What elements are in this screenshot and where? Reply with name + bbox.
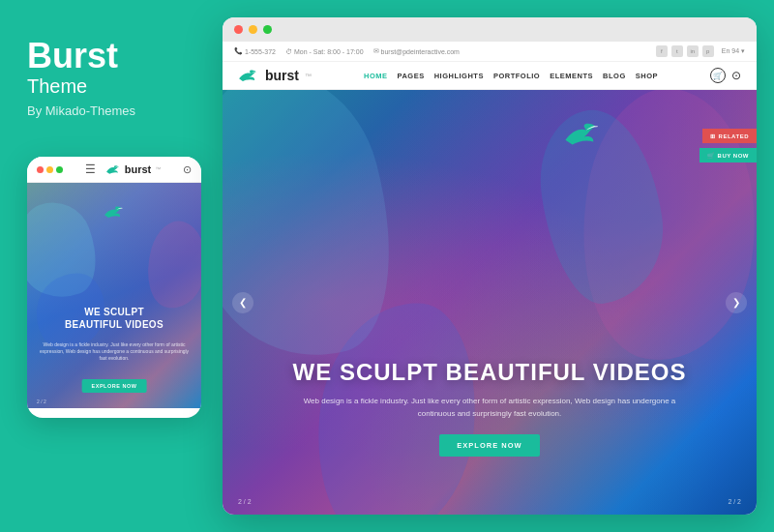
mobile-explore-button[interactable]: EXPLORE NOW — [82, 379, 147, 393]
hero-bird-icon — [563, 119, 602, 152]
phone-icon: 📞 — [234, 47, 243, 55]
mobile-topbar: ☰ burst™ ⊙ — [27, 157, 201, 183]
nav-item-pages[interactable]: PAGES — [398, 72, 425, 80]
nav-item-portfolio[interactable]: PORTFOLIO — [493, 72, 540, 80]
theme-subtitle: Theme — [27, 75, 195, 98]
twitter-icon[interactable]: t — [671, 45, 683, 57]
mobile-close-dot — [37, 166, 44, 173]
hours-text: Mon - Sat: 8:00 - 17:00 — [294, 48, 364, 55]
mobile-maximize-dot — [56, 166, 63, 173]
mobile-logo-text: burst — [125, 163, 152, 175]
related-label: RELATED — [719, 133, 749, 139]
mobile-search-icon: ⊙ — [183, 163, 192, 176]
hero-next-arrow[interactable]: ❯ — [726, 292, 747, 313]
nav-item-shop[interactable]: SHOP — [636, 72, 658, 80]
hero-title: WE SCULPT BEAUTIFUL VIDEOS — [223, 359, 757, 386]
topbar-right: f t in p En 94 ▾ — [656, 45, 745, 57]
buy-now-button[interactable]: 🛒 BUY NOW — [700, 148, 757, 163]
theme-author: By Mikado-Themes — [27, 103, 195, 118]
nav-bird-icon — [238, 68, 259, 83]
nav-logo-area: burst™ — [238, 68, 312, 83]
mobile-hero-bird — [104, 204, 125, 223]
email-icon: ✉ — [373, 47, 379, 55]
facebook-icon[interactable]: f — [656, 45, 668, 57]
desktop-mockup: 📞 1-555-372 ⏱ Mon - Sat: 8:00 - 17:00 ✉ … — [223, 17, 757, 515]
hero-prev-arrow[interactable]: ❮ — [232, 292, 253, 313]
mobile-hamburger-icon: ☰ — [85, 163, 96, 176]
hero-explore-button[interactable]: EXPLORE NOW — [439, 434, 539, 457]
buy-label: BUY NOW — [718, 153, 749, 159]
desktop-close-dot — [234, 25, 243, 34]
desktop-maximize-dot — [263, 25, 272, 34]
nav-item-elements[interactable]: ELEMENTS — [550, 72, 593, 80]
mobile-hero-description: Web design is a fickle industry. Just li… — [27, 341, 201, 362]
mobile-logo-tm: ™ — [155, 166, 161, 172]
desktop-minimize-dot — [249, 25, 257, 34]
related-button[interactable]: ⊞ RELATED — [702, 129, 757, 143]
mobile-bird-logo-icon — [105, 163, 121, 175]
topbar-hours: ⏱ Mon - Sat: 8:00 - 17:00 — [285, 48, 364, 55]
mobile-window-controls — [37, 166, 63, 173]
hero-content: WE SCULPT BEAUTIFUL VIDEOS Web design is… — [223, 359, 757, 457]
nav-menu: HOME PAGES HIGHLIGHTS PORTFOLIO ELEMENTS… — [364, 72, 658, 80]
nav-search-icon[interactable]: ⊙ — [731, 69, 741, 82]
mobile-hero: WE SCULPTBEAUTIFUL VIDEOS Web design is … — [27, 183, 201, 408]
mobile-slide-counter: 2 / 2 — [37, 399, 46, 404]
nav-cart-icon[interactable]: 🛒 — [710, 68, 726, 83]
right-panel: 📞 1-555-372 ⏱ Mon - Sat: 8:00 - 17:00 ✉ … — [223, 0, 774, 532]
mobile-hero-title: WE SCULPTBEAUTIFUL VIDEOS — [27, 306, 201, 331]
hero-description: Web design is a fickle industry. Just li… — [296, 396, 683, 421]
language-selector[interactable]: En 94 ▾ — [722, 47, 745, 55]
desktop-navbar: burst™ HOME PAGES HIGHLIGHTS PORTFOLIO E… — [223, 62, 757, 90]
nav-item-highlights[interactable]: HIGHLIGHTS — [434, 72, 484, 80]
pinterest-icon[interactable]: p — [702, 45, 714, 57]
hero-slide-counter-right: 2 / 2 — [728, 498, 741, 505]
phone-number: 1-555-372 — [245, 48, 276, 55]
email-address: burst@pdeinteractive.com — [381, 48, 460, 55]
topbar-email: ✉ burst@pdeinteractive.com — [373, 47, 460, 55]
nav-icons: 🛒 ⊙ — [710, 68, 741, 83]
mobile-logo-area: ☰ burst™ — [85, 163, 162, 176]
mobile-mockup: ☰ burst™ ⊙ — [27, 157, 201, 418]
nav-logo-tm: ™ — [305, 73, 312, 79]
nav-item-blog[interactable]: BLOG — [603, 72, 626, 80]
left-panel: Burst Theme By Mikado-Themes ☰ burst™ ⊙ — [0, 0, 223, 532]
mobile-minimize-dot — [46, 166, 53, 173]
theme-title: Burst — [27, 39, 195, 74]
cart-icon: 🛒 — [707, 152, 715, 159]
desktop-hero: WE SCULPT BEAUTIFUL VIDEOS Web design is… — [223, 90, 757, 515]
clock-icon: ⏱ — [285, 48, 292, 55]
topbar-left: 📞 1-555-372 ⏱ Mon - Sat: 8:00 - 17:00 ✉ … — [234, 47, 460, 55]
topbar-phone: 📞 1-555-372 — [234, 47, 276, 55]
desktop-chrome — [223, 17, 757, 42]
nav-item-home[interactable]: HOME — [364, 72, 388, 80]
related-icon: ⊞ — [710, 133, 716, 139]
hero-slide-counter-left: 2 / 2 — [238, 498, 252, 505]
nav-logo-text: burst — [265, 68, 299, 83]
instagram-icon[interactable]: in — [687, 45, 699, 57]
desktop-topbar: 📞 1-555-372 ⏱ Mon - Sat: 8:00 - 17:00 ✉ … — [223, 42, 757, 62]
